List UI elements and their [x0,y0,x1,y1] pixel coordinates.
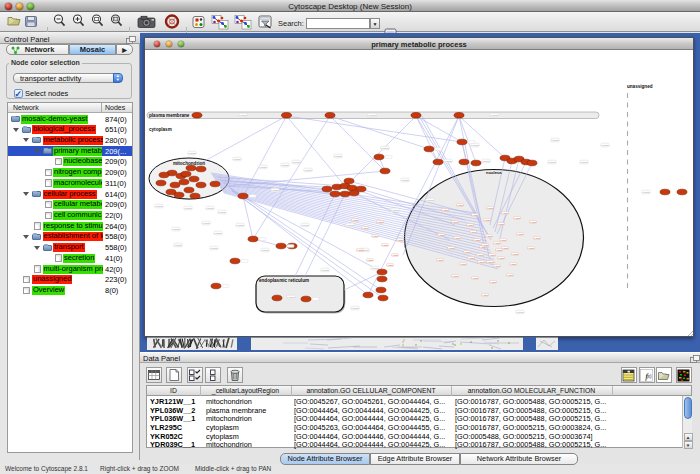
svg-text:(Ybr0w): (Ybr0w) [601,144,609,146]
svg-text:(Ygl2w): (Ygl2w) [352,219,359,221]
svg-text:(Ygl2w): (Ygl2w) [438,234,445,236]
svg-text:(Ygl2w): (Ygl2w) [470,231,477,233]
svg-text:nucleus: nucleus [486,170,502,175]
svg-text:(Ybr0w): (Ybr0w) [301,224,309,226]
svg-text:(Ygl2w): (Ygl2w) [367,259,374,261]
svg-text:(Ygl2w): (Ygl2w) [392,254,399,256]
svg-text:(Ybr0w): (Ybr0w) [236,224,244,226]
svg-text:(Ybr0w): (Ybr0w) [210,247,218,249]
svg-text:(Ybr0w): (Ybr0w) [334,155,342,157]
svg-text:(Ybr0w): (Ybr0w) [281,164,289,166]
svg-text:(Ybr0w): (Ybr0w) [471,144,479,146]
svg-text:(Ygl2w): (Ygl2w) [528,247,535,249]
svg-text:(Ybr0w): (Ybr0w) [155,205,163,207]
svg-text:(Ygl2w): (Ygl2w) [534,237,541,239]
svg-text:(Ygl2w): (Ygl2w) [442,209,449,211]
svg-text:(Ygl2w): (Ygl2w) [510,263,517,265]
svg-text:(Ygl2w): (Ygl2w) [452,275,459,277]
svg-text:(Ybr0w): (Ybr0w) [287,296,295,298]
svg-text:(Ygl2w): (Ygl2w) [507,274,514,276]
svg-text:(Ygl2w): (Ygl2w) [489,254,496,256]
svg-text:(Ygl2w): (Ygl2w) [357,249,364,251]
svg-text:(Ybr0w): (Ybr0w) [490,114,498,116]
svg-text:(Ygl2w): (Ygl2w) [517,233,524,235]
svg-text:(Ygl2w): (Ygl2w) [512,253,519,255]
svg-text:(Ybr0w): (Ybr0w) [261,249,269,251]
svg-text:(Ygl2w): (Ygl2w) [448,247,455,249]
svg-text:(Ygl2w): (Ygl2w) [484,219,491,221]
svg-text:(Ygl2w): (Ygl2w) [437,259,444,261]
svg-text:(Ygl2w): (Ygl2w) [487,261,494,263]
svg-text:(Ygl2w): (Ygl2w) [482,244,489,246]
svg-text:(Ygl2w): (Ygl2w) [490,281,497,283]
svg-text:(Ybr0w): (Ybr0w) [206,207,214,209]
svg-text:cytoplasm: cytoplasm [149,127,172,132]
svg-text:(Ybr0w): (Ybr0w) [174,244,182,246]
svg-text:(Ygl2w): (Ygl2w) [514,217,521,219]
svg-text:(Ygl2w): (Ygl2w) [467,224,474,226]
svg-text:(Ybr0w): (Ybr0w) [271,189,279,191]
svg-text:(Ygl2w): (Ygl2w) [472,214,479,216]
svg-text:(Ygl2w): (Ygl2w) [468,257,475,259]
svg-text:(Ybr0w): (Ybr0w) [202,222,210,224]
svg-text:(Ygl2w): (Ygl2w) [382,244,389,246]
svg-text:(Ygl2w): (Ygl2w) [496,249,503,251]
svg-text:(Ygl2w): (Ygl2w) [530,221,537,223]
svg-text:(Ybr0w): (Ybr0w) [426,199,434,201]
svg-text:(Ybr0w): (Ybr0w) [233,158,241,160]
svg-text:unassigned: unassigned [627,84,653,89]
svg-text:(Ygl2w): (Ygl2w) [397,239,404,241]
svg-text:(Ybr0w): (Ybr0w) [548,161,556,163]
svg-text:(Ygl2w): (Ygl2w) [486,235,493,237]
svg-text:(Ygl2w): (Ygl2w) [464,251,471,253]
svg-text:(Ygl2w): (Ygl2w) [387,264,394,266]
svg-text:(Ybr0w): (Ybr0w) [304,169,312,171]
svg-text:(Ygl2w): (Ygl2w) [377,221,384,223]
svg-text:(Ygl2w): (Ygl2w) [478,261,485,263]
svg-text:(Ygl2w): (Ygl2w) [460,263,467,265]
svg-text:(Ybr0w): (Ybr0w) [172,228,180,230]
svg-text:endoplasmic reticulum: endoplasmic reticulum [259,278,309,283]
svg-text:(Ybr0w): (Ybr0w) [346,224,354,226]
svg-text:(Ygl2w): (Ygl2w) [454,237,461,239]
svg-text:(Ybr0w): (Ybr0w) [642,191,650,193]
svg-text:(Ybr0w): (Ybr0w) [444,160,452,162]
svg-text:(Ygl2w): (Ygl2w) [452,221,459,223]
svg-text:1:1: 1:1 [114,17,119,21]
svg-text:(Ygl2w): (Ygl2w) [477,254,484,256]
svg-text:(Ybr0w): (Ybr0w) [551,139,559,141]
svg-text:plasma membrane: plasma membrane [149,113,190,118]
svg-text:(Ybr0w): (Ybr0w) [214,232,222,234]
svg-text:(Ybr0w): (Ybr0w) [401,179,409,181]
svg-text:(Ygl2w): (Ygl2w) [494,242,501,244]
svg-text:(Ybr0w): (Ybr0w) [580,161,588,163]
svg-text:(Ybr0w): (Ybr0w) [371,267,379,269]
svg-text:(Ygl2w): (Ygl2w) [372,235,379,237]
svg-text:(Ybr0w): (Ybr0w) [321,269,329,271]
svg-text:(Ygl2w): (Ygl2w) [494,265,501,267]
svg-text:(Ybr0w): (Ybr0w) [482,160,490,162]
svg-text:(Ygl2w): (Ygl2w) [502,247,509,249]
svg-text:(Ybr0w): (Ybr0w) [391,209,399,211]
svg-text:(Ygl2w): (Ygl2w) [498,223,505,225]
svg-text:mitochondrion: mitochondrion [173,161,205,166]
svg-text:(Ybr0w): (Ybr0w) [188,152,196,154]
svg-text:(Ygl2w): (Ygl2w) [472,277,479,279]
svg-text:(x): (x) [646,374,652,379]
svg-text:(Ygl2w): (Ygl2w) [498,257,505,259]
svg-text:(Ybr0w): (Ybr0w) [184,207,192,209]
svg-text:(Ybr0w): (Ybr0w) [351,307,359,309]
svg-text:(Ygl2w): (Ygl2w) [362,227,369,229]
svg-text:(Ybr0w): (Ybr0w) [239,114,247,116]
svg-text:(Ygl2w): (Ygl2w) [457,204,464,206]
svg-text:(Ygl2w): (Ygl2w) [474,239,481,241]
svg-text:(Ybr0w): (Ybr0w) [381,147,389,149]
svg-text:(Ybr0w): (Ybr0w) [368,114,376,116]
svg-text:(Ygl2w): (Ygl2w) [500,239,507,241]
svg-text:(Ygl2w): (Ygl2w) [487,207,494,209]
svg-text:(Ybr0w): (Ybr0w) [259,166,267,168]
svg-text:(Ybr0w): (Ybr0w) [516,311,524,313]
svg-text:(Ygl2w): (Ygl2w) [502,212,509,214]
svg-text:(Ybr0w): (Ybr0w) [292,161,300,163]
svg-text:(Ybr0w): (Ybr0w) [218,211,226,213]
